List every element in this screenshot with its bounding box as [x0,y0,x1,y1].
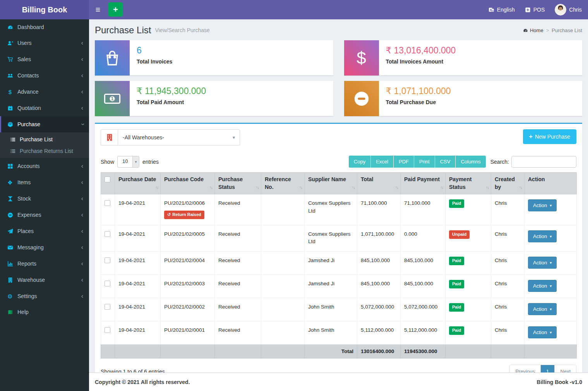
row-checkbox[interactable] [105,304,110,310]
sort-icon[interactable]: ↑↓ [440,185,443,190]
sidebar-item-stock[interactable]: Stock‹ [0,190,89,207]
sort-icon[interactable]: ↑↓ [486,185,489,190]
sidebar: DashboardUsers‹Sales‹Contacts‹$Advance‹Q… [0,19,89,391]
sidebar-subitem-purchase-returns-list[interactable]: Purchase Returns List [0,145,89,157]
sidebar-item-users[interactable]: Users‹ [0,35,89,51]
caret-down-icon: ▾ [550,203,552,208]
app-logo[interactable]: Billing Book [0,0,89,19]
caret-down-icon: ▾ [550,261,552,265]
sidebar-subitem-purchase-list[interactable]: Purchase List [0,134,89,145]
purchase-code: PU/2021/02/0005 [164,230,211,238]
minus-circle-icon [6,212,14,218]
action-button[interactable]: Action▾ [528,199,557,211]
sidebar-item-sales[interactable]: Sales‹ [0,51,89,67]
action-button[interactable]: Action▾ [528,280,557,292]
breadcrumb-separator: > [546,27,549,33]
avatar [555,4,566,15]
action-button[interactable]: Action▾ [528,303,557,315]
payment-status-cell: Paid [446,274,491,298]
search-input[interactable] [511,156,576,168]
search-label: Search: [490,159,509,165]
supplier-name-cell: Jamshed Ji [305,251,357,274]
export-csv-button[interactable]: CSV [435,156,456,168]
sidebar-item-purchase[interactable]: Purchase‹ [0,116,89,132]
created-by-cell: Chris [491,225,525,251]
page-title: Purchase List [95,25,151,36]
quick-add-button[interactable]: + [108,2,123,17]
sidebar-item-label: Accounts [17,163,40,169]
sidebar-item-expenses[interactable]: Expenses‹ [0,207,89,223]
sort-icon[interactable]: ↑↓ [256,185,259,190]
sidebar-item-label: Users [17,40,32,46]
chevron-left-icon: ‹ [81,39,83,46]
sort-icon[interactable]: ↑↓ [209,185,212,190]
sidebar-item-messaging[interactable]: Messaging‹ [0,239,89,256]
export-excel-button[interactable]: Excel [371,156,393,168]
purchase-date-cell: 19-04-2021 [115,321,161,344]
contacts-icon [6,73,14,79]
sidebar-item-label: Contacts [17,72,39,79]
plus-icon: + [113,5,118,14]
stat-card-icon-box [95,40,130,75]
sort-icon[interactable]: ↑↓ [155,185,158,190]
sort-icon[interactable]: ↑↓ [299,185,302,190]
user-menu[interactable]: Chris [555,4,582,15]
row-checkbox[interactable] [105,281,110,286]
export-copy-button[interactable]: Copy [349,156,370,168]
sidebar-item-reports[interactable]: Reports‹ [0,256,89,272]
sidebar-item-help[interactable]: Help [0,304,89,320]
action-cell: Action▾ [525,194,577,225]
pos-button[interactable]: POS [525,7,545,13]
export-print-button[interactable]: Print [414,156,435,168]
action-button[interactable]: Action▾ [528,257,557,269]
return-raised-label: Return Raised [172,212,201,218]
reference-no-cell [261,225,305,251]
column-header-label: Reference No. [265,176,291,190]
breadcrumb-home[interactable]: Home [523,27,543,33]
sidebar-item-accounts[interactable]: Accounts‹ [0,158,89,174]
warehouse-select[interactable]: -All Warehouses- ▾ [118,129,240,146]
datatable-controls: Show 10 ▾ entries CopyExcelPDFPrintCSVCo… [101,156,576,168]
sidebar-item-warehouse[interactable]: Warehouse‹ [0,272,89,288]
payment-status-cell: Unpaid [446,225,491,251]
caret-down-icon: ▾ [550,330,552,334]
list-icon [9,149,17,154]
sidebar-item-dashboard[interactable]: Dashboard [0,19,89,35]
sidebar-item-places[interactable]: Places‹ [0,223,89,239]
sidebar-item-contacts[interactable]: Contacts‹ [0,67,89,84]
row-checkbox[interactable] [105,231,110,237]
hamburger-icon: ≡ [96,5,100,14]
action-button[interactable]: Action▾ [528,230,557,242]
sidebar-item-settings[interactable]: ⚙Settings‹ [0,288,89,304]
page-size-value: 10 [118,156,132,167]
new-purchase-button[interactable]: + New Purchase [523,129,576,144]
select-all-checkbox[interactable] [105,177,110,182]
row-checkbox[interactable] [105,200,110,206]
row-checkbox[interactable] [105,327,110,333]
language-label: English [497,7,515,13]
purchase-code-cell: PU/2021/02/0004 [161,251,215,274]
export-buttons: CopyExcelPDFPrintCSVColumns [349,156,486,168]
sort-icon[interactable]: ↑↓ [395,185,398,190]
sidebar-item-advance[interactable]: $Advance‹ [0,84,89,100]
action-button[interactable]: Action▾ [528,326,557,338]
warehouse-icon [101,129,118,146]
payment-status-badge: Paid [449,326,464,335]
sort-icon[interactable]: ↑↓ [352,185,355,190]
language-menu[interactable]: Aa English [489,7,515,13]
footer-empty-cell [525,344,577,358]
chevron-left-icon: ‹ [81,260,83,267]
purchase-code-cell: PU/2021/02/0003 [161,274,215,298]
stat-card-value: 6 [137,45,172,56]
dollar-big-icon: $ [357,50,366,67]
sort-icon[interactable]: ↑↓ [519,185,522,190]
page-size-select[interactable]: 10 ▾ [117,156,139,168]
export-pdf-button[interactable]: PDF [394,156,414,168]
sidebar-item-items[interactable]: ❖Items‹ [0,174,89,190]
sidebar-toggle-button[interactable]: ≡ [89,0,107,19]
export-columns-button[interactable]: Columns [456,156,485,168]
sidebar-item-quotation[interactable]: Quotation‹ [0,100,89,116]
sidebar-item-label: Sales [17,56,31,62]
row-checkbox[interactable] [105,257,110,263]
plus-icon: + [529,133,533,140]
